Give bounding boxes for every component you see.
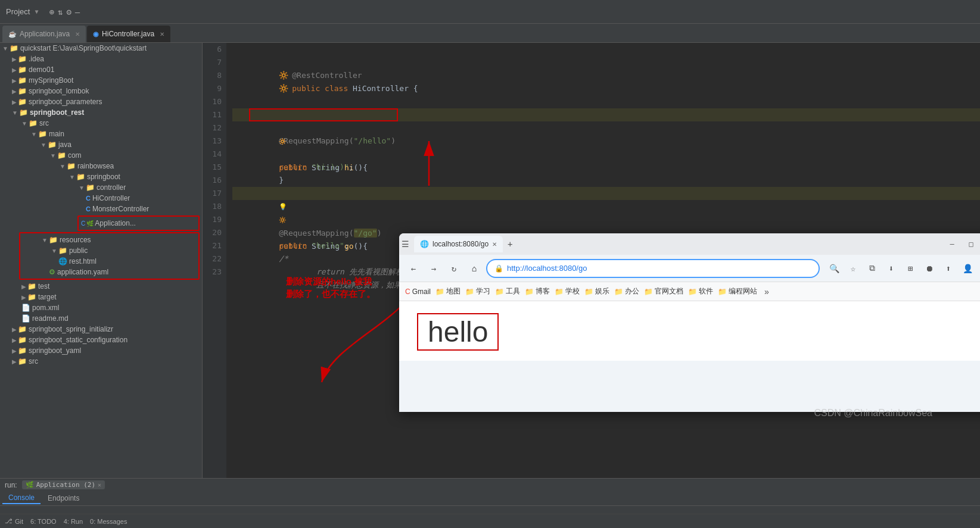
browser-home-btn[interactable]: ⌂ [466, 260, 483, 277]
tab-endpoints[interactable]: Endpoints [42, 493, 85, 504]
bookmark-docs[interactable]: 📁 官网文档 [644, 286, 683, 296]
browser-tab-bar: ☰ 🌐 localhost:8080/go ✕ + — □ ✕ [399, 233, 980, 255]
rest-html-label: rest.html [69, 257, 97, 265]
coding-label: 编程网站 [729, 286, 757, 296]
tree-item-springboot-static[interactable]: ▶ 📁 springboot_static_configuration [0, 335, 202, 345]
bookmark-maps[interactable]: 📁 地图 [435, 286, 461, 296]
browser-record-btn[interactable]: ⏺ [921, 260, 938, 277]
school-folder-icon: 📁 [555, 288, 564, 296]
blog-folder-icon: 📁 [525, 288, 534, 296]
browser-tab-close[interactable]: ✕ [492, 241, 497, 248]
tree-item-springboot-lombok[interactable]: ▶ 📁 springboot_lombok [0, 86, 202, 96]
browser-download-btn[interactable]: ⬇ [883, 260, 900, 277]
pom-label: pom.xml [32, 304, 59, 312]
browser-profile-btn[interactable]: 👤 [959, 260, 976, 277]
tree-item-springboot-parameters[interactable]: ▶ 📁 springboot_parameters [0, 96, 202, 107]
bookmark-software[interactable]: 📁 软件 [688, 286, 713, 296]
browser-tab-actions[interactable]: ⧉ [864, 260, 881, 277]
browser-menu-icon[interactable]: ☰ [402, 239, 409, 249]
tree-item-java[interactable]: ▼ 📁 java [0, 139, 202, 150]
editor-tabs-bar: ☕ Application.java ✕ ◉ HiController.java… [0, 24, 980, 43]
browser-apps-btn[interactable]: ⊞ [902, 260, 919, 277]
tree-item-idea[interactable]: ▶ 📁 .idea [0, 54, 202, 64]
tree-item-src2[interactable]: ▶ 📁 src [0, 356, 202, 367]
status-todo[interactable]: 6: TODO [30, 518, 57, 525]
bookmarks-more-icon[interactable]: » [764, 287, 769, 296]
tab-application-close[interactable]: ✕ [75, 31, 80, 38]
tree-item-rainbowsea[interactable]: ▼ 📁 rainbowsea [0, 161, 202, 171]
bookmark-study[interactable]: 📁 学习 [465, 286, 490, 296]
tree-item-src[interactable]: ▼ 📁 src [0, 118, 202, 129]
tree-item-pom[interactable]: 📄 pom.xml [0, 302, 202, 313]
project-dropdown-icon[interactable]: ▼ [35, 8, 38, 15]
browser-search-btn[interactable]: 🔍 [826, 260, 842, 277]
java-label: java [58, 140, 71, 149]
bookmark-entertainment[interactable]: 📁 娱乐 [584, 286, 609, 296]
tree-item-readme[interactable]: 📄 readme.md [0, 313, 202, 324]
tab-hi-controller-java[interactable]: ◉ HiController.java ✕ [87, 26, 170, 42]
status-git[interactable]: ⎇ Git [5, 517, 23, 525]
bookmark-tools[interactable]: 📁 工具 [495, 286, 520, 296]
bookmark-gmail[interactable]: C Gmail [405, 288, 431, 296]
app-badge-close[interactable]: ✕ [98, 482, 101, 488]
maps-folder-icon: 📁 [435, 288, 444, 296]
sidebar: ▼ 📁 quickstart E:\Java\SpringBoot\quicks… [0, 43, 203, 478]
tree-item-springboot-yaml[interactable]: ▶ 📁 springboot_yaml [0, 345, 202, 356]
tree-item-demo01[interactable]: ▶ 📁 demo01 [0, 64, 202, 75]
tree-item-hicontroller[interactable]: C HiController [0, 193, 202, 204]
tree-item-springboot-spring[interactable]: ▶ 📁 springboot_spring_initializr [0, 324, 202, 335]
browser-new-tab-btn[interactable]: + [508, 239, 512, 249]
browser-bookmark-btn[interactable]: ☆ [845, 260, 861, 277]
tree-item-public[interactable]: ▼ 📁 public [20, 245, 198, 256]
run-status-label: 4: Run [64, 518, 83, 525]
tree-item-application[interactable]: C 🌿 Application... [79, 218, 198, 229]
src2-label: src [29, 357, 38, 365]
tree-item-test[interactable]: ▶ 📁 test [0, 281, 202, 292]
browser-share-btn[interactable]: ⬆ [940, 260, 957, 277]
minimize-icon[interactable]: — [75, 7, 80, 17]
target-label: target [38, 293, 57, 301]
bookmark-blog[interactable]: 📁 博客 [525, 286, 550, 296]
browser-hello-text: hello [428, 316, 488, 348]
tab-hi-close[interactable]: ✕ [160, 31, 164, 38]
target-icon[interactable]: ⊕ [49, 7, 54, 17]
status-run[interactable]: 4: Run [64, 518, 83, 525]
gmail-label: Gmail [412, 288, 431, 296]
tree-item-springboot-folder[interactable]: ▼ 📁 springboot [0, 171, 202, 182]
settings-icon[interactable]: ⚙ [66, 7, 71, 17]
tree-item-springboot-rest[interactable]: ▼ 📁 springboot_rest [0, 107, 202, 118]
tree-item-resources[interactable]: ▼ 📁 resources [20, 235, 198, 245]
tree-item-rest-html[interactable]: 🌐 rest.html [20, 256, 198, 267]
browser-refresh-btn[interactable]: ↻ [446, 260, 462, 277]
maps-label: 地图 [446, 286, 461, 296]
bottom-panel: run: 🌿 Application (2) ✕ Console Endpoin… [0, 478, 980, 514]
bookmark-office[interactable]: 📁 办公 [614, 286, 639, 296]
tree-item-application-yaml[interactable]: ⚙ application.yaml [20, 267, 198, 277]
browser-forward-btn[interactable]: → [425, 260, 442, 277]
sync-icon[interactable]: ⇅ [58, 7, 63, 17]
tree-item-controller-folder[interactable]: ▼ 📁 controller [0, 182, 202, 193]
tab-console[interactable]: Console [2, 492, 41, 504]
code-line-17: 💡 @RequestMapping("/go") [232, 187, 980, 200]
address-bar[interactable]: 🔒 http://localhost:8080/go [486, 259, 820, 278]
office-folder-icon: 📁 [614, 288, 623, 296]
tree-item-myspringboot[interactable]: ▶ 📁 mySpringBoot [0, 75, 202, 86]
tab-application-java[interactable]: ☕ Application.java ✕ [2, 26, 86, 42]
code-line-12: 🔆 public String hi(){ [232, 121, 980, 135]
tree-item-target[interactable]: ▶ 📁 target [0, 292, 202, 302]
bookmark-coding[interactable]: 📁 编程网站 [718, 286, 757, 296]
school-label: 学校 [565, 286, 580, 296]
bookmark-school[interactable]: 📁 学校 [555, 286, 580, 296]
tree-item-com[interactable]: ▼ 📁 com [0, 150, 202, 161]
status-messages[interactable]: 0: Messages [90, 518, 127, 525]
browser-back-btn[interactable]: ← [405, 260, 422, 277]
tab-hi-label: HiController.java [102, 30, 154, 38]
tree-item-monstercontroller[interactable]: C MonsterController [0, 204, 202, 214]
tree-item-quickstart[interactable]: ▼ 📁 quickstart E:\Java\SpringBoot\quicks… [0, 43, 202, 54]
bookmarks-bar: C Gmail 📁 地图 📁 学习 📁 工具 📁 博客 [399, 282, 980, 301]
browser-tab-active[interactable]: 🌐 localhost:8080/go ✕ [414, 236, 503, 252]
win-minimize-btn[interactable]: — [944, 236, 960, 252]
win-maximize-btn[interactable]: □ [963, 236, 979, 252]
browser-content: hello [399, 301, 980, 361]
tree-item-main[interactable]: ▼ 📁 main [0, 129, 202, 139]
